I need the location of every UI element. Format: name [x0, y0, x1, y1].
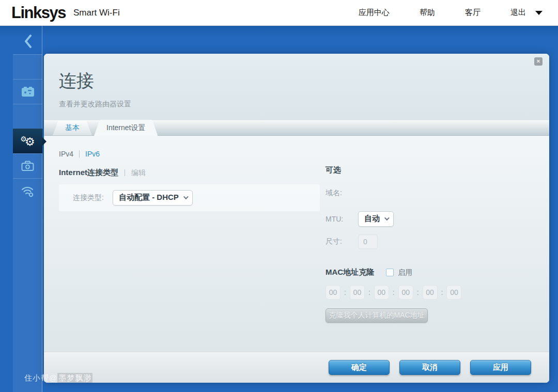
wireless-icon [20, 185, 36, 197]
back-chevron-icon [24, 35, 32, 48]
ok-button[interactable]: 确定 [329, 360, 390, 375]
nav-logout[interactable]: 退出 [510, 8, 526, 18]
mac-clone-title: MAC地址克隆 [326, 268, 374, 277]
nav-router-name[interactable]: 客厅 [465, 8, 481, 18]
mac-separator: : [441, 288, 443, 296]
nav-app-center[interactable]: 应用中心 [359, 8, 390, 18]
divider [125, 169, 125, 176]
tab-basic[interactable]: 基本 [53, 120, 92, 135]
connection-type-header: Internet连接类型 编辑 [59, 168, 320, 178]
mac-separator: : [344, 288, 346, 296]
sidebar-item-troubleshooting[interactable] [13, 153, 42, 178]
workspace: ⚙⚙ ✕ [0, 26, 558, 392]
page-title: 连接 [59, 69, 549, 93]
size-label: 尺寸: [326, 237, 358, 246]
mtu-value: 自动 [364, 214, 380, 224]
tab-internet-settings[interactable]: Internet设置 [94, 120, 158, 136]
mac-separator: : [417, 288, 419, 296]
ipv6-link[interactable]: IPv6 [85, 150, 100, 158]
mac-address-inputs: 00 : 00 : 00 : 00 : 00 : 00 [326, 285, 537, 300]
enable-checkbox[interactable] [386, 269, 394, 276]
enable-label: 启用 [398, 268, 412, 277]
connection-type-select[interactable]: 自动配置 - DHCP [113, 190, 193, 206]
mac-octet-3: 00 [374, 285, 389, 300]
cancel-button[interactable]: 取消 [399, 360, 460, 375]
connection-type-label: 连接类型: [73, 193, 113, 202]
domain-row: 域名: [326, 189, 537, 198]
ipv4-link[interactable]: IPv4 [59, 150, 73, 158]
size-row: 尺寸: 0 [326, 234, 537, 249]
divider [79, 150, 80, 158]
sidebar-item-wireless[interactable] [13, 178, 42, 203]
mtu-select[interactable]: 自动 [358, 211, 394, 227]
mac-octet-4: 00 [398, 285, 413, 300]
watermark-name: 墨梦飘渺 [57, 373, 92, 383]
logout-dropdown-icon[interactable] [535, 11, 542, 15]
product-name: Smart Wi-Fi [73, 8, 120, 18]
close-icon[interactable]: ✕ [534, 57, 542, 66]
tab-bar: 基本 Internet设置 [44, 120, 549, 136]
modal-header: 连接 查看并更改路由器设置 [44, 54, 549, 120]
mac-octet-1: 00 [326, 285, 340, 300]
connection-column: IPv4 IPv6 Internet连接类型 编辑 连接类型: 自动配置 - D… [59, 136, 320, 211]
mtu-row: MTU: 自动 [326, 211, 537, 227]
modal-footer: 确定 取消 应用 [44, 352, 549, 383]
page-subtitle: 查看并更改路由器设置 [59, 100, 549, 109]
apply-button[interactable]: 应用 [470, 360, 531, 375]
devices-icon [21, 86, 35, 98]
mac-separator: : [368, 288, 370, 296]
sidebar-item-devices[interactable] [13, 79, 42, 104]
logout-menu[interactable]: 退出 [510, 8, 542, 18]
chevron-down-icon [183, 194, 189, 199]
watermark: 住小帮@墨梦飘渺 [24, 373, 92, 383]
sidebar-back-button[interactable] [13, 30, 42, 53]
sidebar-icon-column: ⚙⚙ [13, 54, 42, 392]
mac-octet-5: 00 [423, 285, 438, 300]
edit-link[interactable]: 编辑 [131, 168, 146, 178]
tab-content: IPv4 IPv6 Internet连接类型 编辑 连接类型: 自动配置 - D… [44, 136, 549, 351]
top-nav: 应用中心 帮助 客厅 退出 [359, 8, 542, 18]
ip-version-switcher: IPv4 IPv6 [59, 150, 320, 158]
connectivity-modal: ✕ 连接 查看并更改路由器设置 基本 Internet设置 IPv4 IPv6 … [44, 54, 549, 383]
clone-mac-button: 克隆我个人计算机的MAC地址 [326, 308, 428, 323]
settings-gears-icon: ⚙⚙ [20, 135, 35, 148]
optional-column: 可选 域名: MTU: 自动 尺寸: 0 MAC地址克隆 [326, 136, 537, 323]
mtu-label: MTU: [326, 215, 358, 223]
connection-type-row: 连接类型: 自动配置 - DHCP [59, 184, 320, 211]
mac-octet-6: 00 [446, 285, 461, 300]
size-input: 0 [358, 234, 378, 249]
linksys-logo: Linksys [11, 4, 66, 22]
section-title: Internet连接类型 [59, 168, 118, 178]
sidebar-item-3[interactable] [13, 104, 42, 129]
watermark-prefix: 住小帮@ [24, 373, 57, 382]
mac-octet-2: 00 [350, 285, 365, 300]
sidebar: ⚙⚙ [0, 26, 42, 392]
domain-label: 域名: [326, 189, 358, 198]
nav-help[interactable]: 帮助 [420, 8, 435, 18]
chevron-down-icon [384, 215, 390, 221]
connection-type-value: 自动配置 - DHCP [119, 193, 179, 202]
top-bar: Linksys Smart Wi-Fi 应用中心 帮助 客厅 退出 [0, 0, 558, 26]
troubleshooting-icon [21, 161, 34, 171]
mac-separator: : [393, 288, 395, 296]
sidebar-item-settings-active[interactable]: ⚙⚙ [13, 129, 42, 153]
sidebar-item-1[interactable] [13, 54, 42, 79]
mac-clone-header: MAC地址克隆 启用 [326, 268, 537, 277]
optional-title: 可选 [326, 165, 537, 175]
